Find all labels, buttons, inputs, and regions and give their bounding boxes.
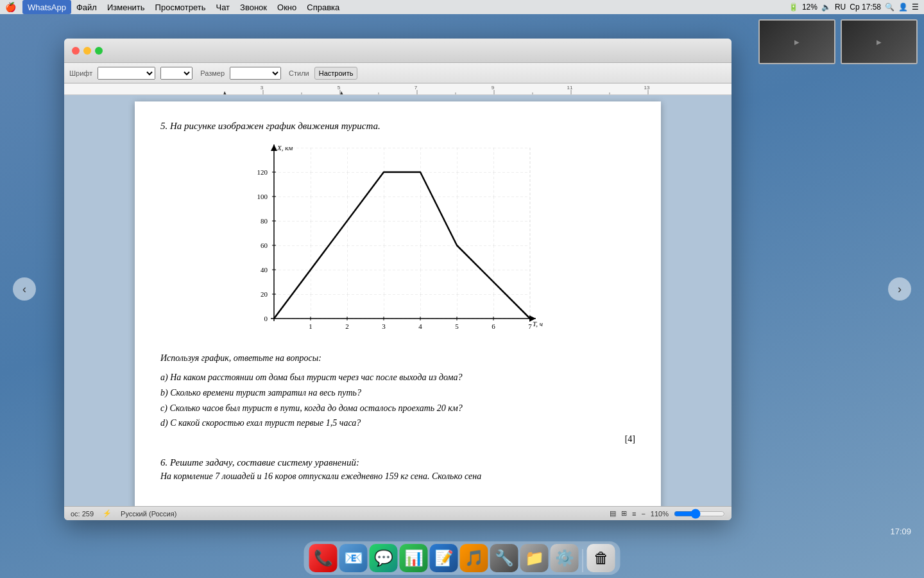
- svg-text:2: 2: [345, 322, 349, 330]
- toolbar-style-label: Размер: [200, 69, 225, 77]
- minimize-button[interactable]: [83, 47, 91, 55]
- language-indicator: Русский (Россия): [121, 510, 176, 518]
- svg-text:0: 0: [264, 315, 268, 322]
- doc-statusbar: ос: 259 ⚡ Русский (Россия) ▤ ⊞ ≡ − 110%: [64, 506, 732, 520]
- close-button[interactable]: [72, 47, 80, 55]
- svg-text:9: 9: [492, 85, 495, 91]
- page-count: ос: 259: [71, 510, 94, 518]
- svg-marker-18: [223, 91, 227, 95]
- thumbnail-1[interactable]: ▶: [758, 19, 835, 64]
- graph-svg: 0 20 40 60 80 100 120 1 2 3 4 5 6 7: [237, 141, 558, 340]
- menu-window[interactable]: Окно: [272, 0, 302, 14]
- maximize-button[interactable]: [95, 47, 103, 55]
- thumbnail-strip: ▶ ▶: [758, 19, 918, 64]
- doc-toolbar: Шрифт Размер Стили Настроить: [64, 63, 732, 83]
- use-graph-text: Используя график, ответьте на вопросы:: [160, 353, 635, 363]
- menu-bar: 🍎 WhatsApp Файл Изменить Просмотреть Чат…: [0, 0, 924, 14]
- menu-call[interactable]: Звонок: [235, 0, 272, 14]
- question-c: c) Сколько часов был турист в пути, когд…: [160, 401, 635, 416]
- dock-word[interactable]: 📝: [430, 544, 458, 572]
- svg-text:11: 11: [567, 85, 573, 91]
- apple-menu[interactable]: 🍎: [5, 2, 16, 12]
- svg-text:X, км: X, км: [277, 144, 293, 152]
- dock-mail[interactable]: 📧: [339, 544, 368, 572]
- svg-text:7: 7: [415, 85, 418, 91]
- svg-text:60: 60: [261, 241, 268, 249]
- svg-text:4: 4: [418, 322, 422, 330]
- menu-view[interactable]: Просмотреть: [150, 0, 211, 14]
- question-b: b) Сколько времени турист затратил на ве…: [160, 385, 635, 401]
- zoom-slider[interactable]: [674, 509, 725, 519]
- dock-separator: [583, 549, 583, 572]
- svg-text:20: 20: [261, 290, 268, 298]
- svg-text:1: 1: [309, 322, 312, 330]
- zoom-level: 110%: [651, 510, 669, 518]
- ruler: 3 5 7 9 11 13: [64, 83, 732, 95]
- user-icon[interactable]: 👤: [898, 3, 908, 12]
- view-mode-2[interactable]: ⊞: [621, 509, 627, 518]
- menu-chat[interactable]: Чат: [211, 0, 235, 14]
- svg-text:T, ч: T, ч: [533, 320, 543, 328]
- menu-edit[interactable]: Изменить: [102, 0, 150, 14]
- clock: Ср 17:58: [850, 3, 881, 12]
- question-d: d) С какой скоростью ехал турист первые …: [160, 416, 635, 431]
- view-mode-1[interactable]: ▤: [610, 509, 616, 518]
- dock: 📞 📧 💬 📊 📝 🎵 🔧 📁 ⚙️ 🗑: [304, 541, 620, 575]
- dock-music[interactable]: 🎵: [460, 544, 488, 572]
- window-titlebar: [64, 39, 732, 63]
- svg-text:100: 100: [257, 193, 268, 200]
- svg-marker-19: [340, 91, 343, 95]
- question-a: a) На каком расстоянии от дома был турис…: [160, 370, 635, 385]
- dock-phone[interactable]: 📞: [309, 544, 338, 572]
- svg-text:5: 5: [338, 85, 341, 91]
- menu-bar-right: 🔋 12% 🔈 RU Ср 17:58 🔍 👤 ☰: [789, 3, 919, 12]
- nav-left-arrow[interactable]: ‹: [13, 277, 36, 301]
- svg-text:5: 5: [455, 322, 459, 330]
- document-window: Шрифт Размер Стили Настроить 3 5 7 9: [64, 39, 732, 520]
- statusbar-icon: ⚡: [103, 509, 112, 518]
- questions: a) На каком расстоянии от дома был турис…: [160, 370, 635, 431]
- traffic-lights: [72, 47, 103, 55]
- dock-settings[interactable]: ⚙️: [551, 544, 579, 572]
- problem6-title: 6. Решите задачу, составие систему уравн…: [160, 457, 635, 468]
- svg-text:80: 80: [261, 217, 268, 225]
- svg-text:3: 3: [382, 322, 386, 330]
- menu-help[interactable]: Справка: [302, 0, 345, 14]
- svg-text:6: 6: [492, 322, 495, 330]
- battery-status: 🔋: [789, 3, 798, 12]
- svg-text:13: 13: [644, 85, 650, 91]
- menu-file[interactable]: Файл: [71, 0, 102, 14]
- bottom-time: 17:09: [890, 527, 911, 536]
- dock-excel[interactable]: 📊: [400, 544, 428, 572]
- points-indicator: [4]: [160, 434, 635, 444]
- view-mode-3[interactable]: ≡: [632, 510, 636, 518]
- dock-whatsapp[interactable]: 💬: [370, 544, 398, 572]
- search-icon[interactable]: 🔍: [885, 3, 894, 12]
- dock-misc2[interactable]: 📁: [520, 544, 549, 572]
- font-selector[interactable]: [98, 67, 155, 80]
- problem6-text: На кормление 7 лошадей и 16 коров отпуск…: [160, 471, 635, 482]
- svg-rect-22: [274, 148, 530, 319]
- customize-button[interactable]: Настроить: [314, 67, 358, 80]
- list-icon[interactable]: ☰: [912, 3, 919, 12]
- graph-container: 0 20 40 60 80 100 120 1 2 3 4 5 6 7: [160, 141, 635, 340]
- battery-percent: 12%: [802, 3, 817, 12]
- style-selector[interactable]: [230, 67, 281, 80]
- thumbnail-2[interactable]: ▶: [841, 19, 918, 64]
- zoom-out-button[interactable]: −: [641, 510, 645, 518]
- toolbar-font-label: Шрифт: [69, 69, 92, 77]
- svg-text:40: 40: [261, 266, 268, 274]
- doc-content: 5. На рисунке изображен график движения …: [64, 95, 732, 519]
- svg-text:7: 7: [528, 322, 532, 330]
- problem5-title: 5. На рисунке изображен график движения …: [160, 121, 635, 132]
- font-size-selector[interactable]: [160, 67, 193, 80]
- statusbar-right: ▤ ⊞ ≡ − 110%: [610, 509, 725, 519]
- menu-whatsapp[interactable]: WhatsApp: [22, 0, 71, 14]
- dock-misc1[interactable]: 🔧: [490, 544, 518, 572]
- toolbar-color-label: Стили: [289, 69, 309, 77]
- volume-icon: 🔈: [821, 3, 831, 12]
- nav-right-arrow[interactable]: ›: [888, 277, 911, 301]
- svg-text:120: 120: [257, 168, 268, 176]
- page: 5. На рисунке изображен график движения …: [135, 101, 661, 512]
- dock-trash[interactable]: 🗑: [587, 544, 615, 572]
